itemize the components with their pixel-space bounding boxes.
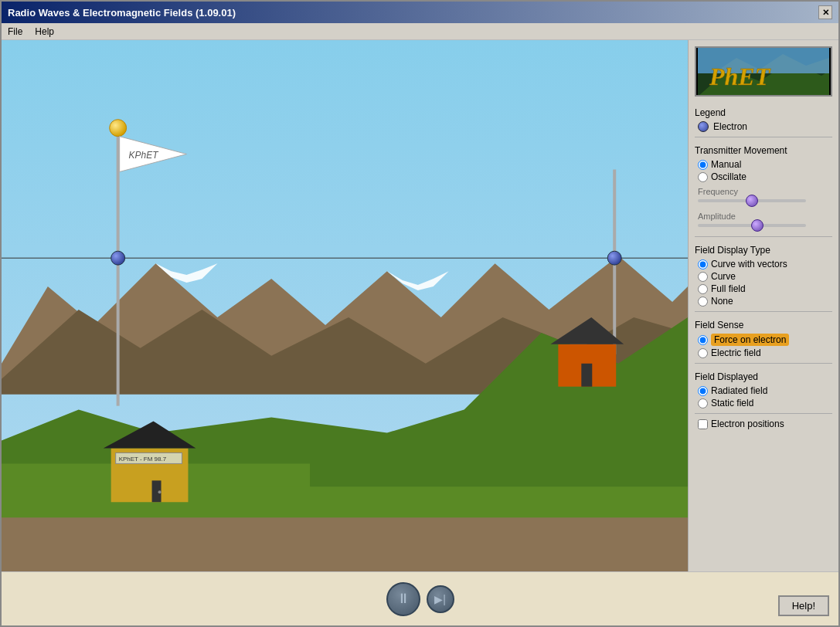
pause-button[interactable]: ⏸ bbox=[386, 582, 420, 616]
step-icon: ▶| bbox=[434, 593, 446, 605]
static-field-radio[interactable] bbox=[698, 398, 708, 408]
oscillate-radio[interactable] bbox=[698, 172, 708, 182]
force-electron-label: Force on electron bbox=[711, 334, 789, 346]
frequency-container: Frequency bbox=[695, 185, 832, 207]
field-sense-label: Field Sense bbox=[695, 320, 832, 330]
curve-label: Curve bbox=[711, 271, 736, 282]
field-display-radio-group: Curve with vectors Curve Full field None bbox=[695, 259, 832, 307]
full-field-radio[interactable] bbox=[698, 284, 708, 294]
force-electron-radio[interactable] bbox=[698, 335, 708, 345]
field-displayed-label: Field Displayed bbox=[695, 371, 832, 382]
radiated-field-radio-item[interactable]: Radiated field bbox=[698, 385, 832, 396]
electron-label: Electron bbox=[713, 121, 747, 132]
field-display-label: Field Display Type bbox=[695, 245, 832, 256]
radiated-field-radio[interactable] bbox=[698, 386, 708, 396]
help-menu[interactable]: Help bbox=[35, 26, 54, 37]
transmitter-movement-label: Transmitter Movement bbox=[695, 145, 832, 156]
divider-3 bbox=[695, 311, 832, 312]
manual-radio[interactable] bbox=[698, 160, 708, 170]
field-sense-radio-group: Force on electron Electric field bbox=[695, 334, 832, 358]
static-field-label: Static field bbox=[711, 398, 753, 408]
svg-text:PhET: PhET bbox=[709, 63, 771, 90]
none-label: None bbox=[711, 296, 733, 307]
step-button[interactable]: ▶| bbox=[427, 585, 454, 613]
frequency-label: Frequency bbox=[698, 187, 829, 196]
amplitude-label: Amplitude bbox=[698, 212, 829, 221]
close-button[interactable]: ✕ bbox=[818, 5, 832, 19]
curve-vectors-label: Curve with vectors bbox=[711, 259, 787, 269]
divider-5 bbox=[695, 413, 832, 414]
menu-bar: File Help bbox=[2, 23, 838, 40]
none-radio[interactable] bbox=[698, 297, 708, 307]
curve-vectors-radio-item[interactable]: Curve with vectors bbox=[698, 259, 832, 269]
electric-field-radio[interactable] bbox=[698, 348, 708, 358]
curve-radio[interactable] bbox=[698, 272, 708, 282]
none-radio-item[interactable]: None bbox=[698, 296, 832, 307]
electron-positions-checkbox[interactable] bbox=[698, 419, 708, 429]
frequency-slider[interactable] bbox=[698, 199, 806, 202]
full-field-label: Full field bbox=[711, 283, 746, 294]
transmitter-radio-group: Manual Oscillate bbox=[695, 159, 832, 182]
oscillate-radio-item[interactable]: Oscillate bbox=[698, 171, 832, 182]
electron-positions-label: Electron positions bbox=[711, 419, 784, 429]
help-button[interactable]: Help! bbox=[778, 595, 829, 616]
simulation-panel: KPhET KPhET - FM 98.7 bbox=[2, 40, 688, 571]
electric-field-radio-item[interactable]: Electric field bbox=[698, 347, 832, 358]
divider-2 bbox=[695, 236, 832, 237]
oscillate-label: Oscillate bbox=[711, 171, 746, 182]
curve-vectors-radio[interactable] bbox=[698, 259, 708, 269]
bottom-controls: ⏸ ▶| Help! bbox=[2, 571, 838, 625]
amplitude-container: Amplitude bbox=[695, 210, 832, 232]
manual-radio-item[interactable]: Manual bbox=[698, 159, 832, 170]
full-field-radio-item[interactable]: Full field bbox=[698, 283, 832, 294]
frequency-thumb[interactable] bbox=[746, 195, 758, 207]
divider-4 bbox=[695, 363, 832, 364]
pause-icon: ⏸ bbox=[396, 591, 410, 607]
field-displayed-radio-group: Radiated field Static field bbox=[695, 385, 832, 408]
sky-background bbox=[2, 40, 688, 571]
radiated-field-label: Radiated field bbox=[711, 385, 767, 396]
legend-electron: Electron bbox=[695, 121, 832, 132]
content-area: KPhET KPhET - FM 98.7 bbox=[2, 40, 838, 571]
electron-positions-item[interactable]: Electron positions bbox=[695, 419, 832, 429]
legend-label: Legend bbox=[695, 107, 832, 118]
right-panel: PhET Legend Electron Transmitter Movemen… bbox=[688, 40, 838, 571]
window-title: Radio Waves & Electromagnetic Fields (1.… bbox=[8, 7, 236, 19]
electron-dot-icon bbox=[698, 121, 709, 132]
static-field-radio-item[interactable]: Static field bbox=[698, 398, 832, 408]
title-bar: Radio Waves & Electromagnetic Fields (1.… bbox=[2, 2, 838, 23]
electric-field-label: Electric field bbox=[711, 347, 761, 358]
amplitude-slider[interactable] bbox=[698, 224, 806, 227]
force-electron-radio-item[interactable]: Force on electron bbox=[698, 334, 832, 346]
curve-radio-item[interactable]: Curve bbox=[698, 271, 832, 282]
phet-logo: PhET bbox=[695, 46, 832, 97]
divider-1 bbox=[695, 137, 832, 137]
file-menu[interactable]: File bbox=[8, 26, 22, 37]
amplitude-thumb[interactable] bbox=[751, 219, 763, 232]
manual-label: Manual bbox=[711, 159, 741, 170]
